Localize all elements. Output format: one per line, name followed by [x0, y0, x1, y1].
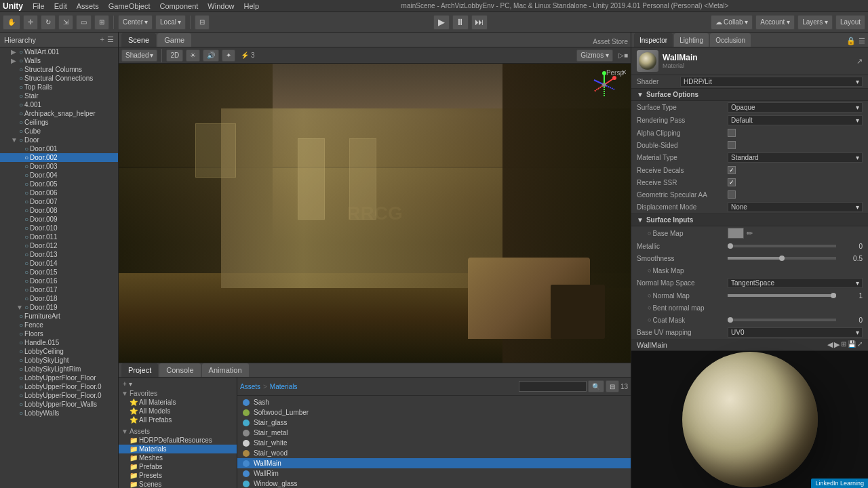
- asset-stair-glass[interactable]: Stair_glass: [237, 418, 631, 428]
- hierarchy-item-lobbyupperfloor2[interactable]: ○ LobbyUpperFloor_Floor.0: [0, 382, 118, 391]
- project-all-models[interactable]: ⭐ All Models: [119, 407, 237, 415]
- mode-2d-button[interactable]: 2D: [166, 49, 183, 62]
- receive-ssr-checkbox[interactable]: ✓: [728, 178, 736, 186]
- receive-decals-checkbox[interactable]: ✓: [728, 166, 736, 174]
- base-map-color[interactable]: [728, 228, 744, 239]
- asset-window-glass[interactable]: Window_glass: [237, 479, 631, 488]
- hierarchy-item-lobbyupperfloor[interactable]: ○ LobbyUpperFloor_Floor: [0, 373, 118, 382]
- hierarchy-item-door010[interactable]: ○ Door.010: [0, 224, 118, 232]
- hierarchy-item-door016[interactable]: ○ Door.016: [0, 277, 118, 285]
- preview-next-icon[interactable]: ▶: [834, 340, 840, 349]
- viewport-close-icon[interactable]: ✕: [620, 68, 628, 76]
- surface-options-header[interactable]: ▼ Surface Options: [631, 88, 868, 101]
- asset-stair-metal[interactable]: Stair_metal: [237, 428, 631, 438]
- inspector-menu-icon[interactable]: ☰: [859, 37, 865, 45]
- base-map-edit-icon[interactable]: ✏: [747, 229, 753, 238]
- space-button[interactable]: Local ▾: [155, 15, 186, 30]
- project-meshes[interactable]: 📁 Meshes: [119, 453, 237, 462]
- assets-search-input[interactable]: [519, 381, 587, 392]
- pivot-button[interactable]: Center ▾: [118, 15, 153, 30]
- hand-tool[interactable]: ✋: [3, 15, 20, 30]
- hierarchy-item-door014[interactable]: ○ Door.014: [0, 259, 118, 268]
- move-tool[interactable]: ✛: [23, 15, 38, 30]
- preview-expand-icon[interactable]: ⤢: [857, 340, 863, 349]
- metallic-slider[interactable]: [728, 245, 836, 247]
- hierarchy-item-door013[interactable]: ○ Door.013: [0, 250, 118, 259]
- asset-sash[interactable]: Sash: [237, 397, 631, 407]
- snap-button[interactable]: ⊟: [195, 15, 210, 30]
- rect-tool[interactable]: ▭: [76, 15, 92, 30]
- hierarchy-item-ceilings[interactable]: ○ Ceilings: [0, 118, 118, 127]
- normal-map-space-dropdown[interactable]: TangentSpace ▾: [728, 278, 863, 288]
- hierarchy-item-furnitureart[interactable]: ○ FurnitureArt: [0, 312, 118, 321]
- menu-gameobject[interactable]: GameObject: [104, 0, 155, 12]
- step-button[interactable]: ⏭: [471, 15, 488, 30]
- play-button[interactable]: ▶: [433, 15, 450, 30]
- menu-window[interactable]: Window: [203, 0, 238, 12]
- hierarchy-item-door002[interactable]: ○ Door.002: [0, 153, 118, 162]
- hierarchy-item-cube[interactable]: ○ Cube: [0, 127, 118, 136]
- coat-slider[interactable]: [728, 319, 836, 321]
- add-folder-btn[interactable]: + ▾: [119, 379, 237, 389]
- geometric-specular-checkbox[interactable]: [728, 190, 736, 199]
- assets-header[interactable]: ▼ Assets: [119, 427, 237, 436]
- account-button[interactable]: Account ▾: [755, 15, 795, 30]
- asset-stair-wood[interactable]: Stair_wood: [237, 448, 631, 458]
- pause-button[interactable]: ⏸: [452, 15, 469, 30]
- asset-wallmain[interactable]: WallMain: [237, 458, 631, 468]
- tab-lighting[interactable]: Lighting: [674, 33, 709, 47]
- hierarchy-item-door007[interactable]: ○ Door.007: [0, 197, 118, 206]
- scale-tool[interactable]: ⇲: [58, 15, 73, 30]
- hierarchy-item-door012[interactable]: ○ Door.012: [0, 241, 118, 250]
- hierarchy-item-toprails[interactable]: ○ Top Rails: [0, 83, 118, 92]
- hierarchy-item-door009[interactable]: ○ Door.009: [0, 215, 118, 224]
- menu-assets[interactable]: Assets: [73, 0, 103, 12]
- hierarchy-item-handle015[interactable]: ○ Handle.015: [0, 338, 118, 347]
- hierarchy-item-lobbyupperwalls[interactable]: ○ LobbyUpperFloor_Walls: [0, 400, 118, 409]
- inspector-lock-icon[interactable]: 🔒: [846, 37, 856, 45]
- gizmos-button[interactable]: Gizmos ▾: [576, 49, 613, 62]
- hierarchy-item-archipack[interactable]: ○ Archipack_snap_helper: [0, 109, 118, 118]
- project-materials[interactable]: 📁 Materials: [119, 445, 237, 453]
- project-presets[interactable]: 📁 Presets: [119, 471, 237, 480]
- hierarchy-item-door017[interactable]: ○ Door.017: [0, 285, 118, 294]
- hierarchy-item-lobbyceiling[interactable]: ○ LobbyCeiling: [0, 347, 118, 356]
- smoothness-slider[interactable]: [728, 257, 836, 260]
- normal-slider[interactable]: [728, 294, 836, 297]
- hierarchy-item-lobbyupperfloor3[interactable]: ○ LobbyUpperFloor_Floor.0: [0, 391, 118, 400]
- assets-search-btn[interactable]: 🔍: [588, 380, 604, 392]
- assets-filter-btn[interactable]: ⊟: [606, 380, 619, 392]
- hierarchy-item-door019[interactable]: ▼○ Door.019: [0, 303, 118, 312]
- displacement-mode-dropdown[interactable]: None ▾: [728, 202, 863, 212]
- surface-inputs-header[interactable]: ▼ Surface Inputs: [631, 214, 868, 226]
- material-type-dropdown[interactable]: Standard ▾: [728, 152, 863, 163]
- hierarchy-add-icon[interactable]: +: [100, 35, 104, 44]
- hierarchy-item-door[interactable]: ▼○ Door: [0, 136, 118, 144]
- preview-save-icon[interactable]: 💾: [848, 340, 856, 349]
- preview-sphere-container[interactable]: LinkedIn Learning: [631, 351, 868, 488]
- project-all-materials[interactable]: ⭐ All Materials: [119, 398, 237, 407]
- hierarchy-item-door011[interactable]: ○ Door.011: [0, 232, 118, 241]
- asset-stair-white[interactable]: Stair_white: [237, 438, 631, 448]
- menu-edit[interactable]: Edit: [50, 0, 71, 12]
- double-sided-checkbox[interactable]: [728, 141, 736, 149]
- hierarchy-item-lobbyskylightrim[interactable]: ○ LobbySkyLightRim: [0, 365, 118, 373]
- tab-occlusion[interactable]: Occlusion: [710, 33, 751, 47]
- menu-component[interactable]: Component: [155, 0, 202, 12]
- project-hdrp[interactable]: 📁 HDRPDefaultResources: [119, 436, 237, 445]
- rendering-pass-dropdown[interactable]: Default ▾: [728, 115, 863, 125]
- preview-prev-icon[interactable]: ◀: [827, 340, 833, 349]
- hierarchy-item-structconnections[interactable]: ○ Structural Connections: [0, 74, 118, 83]
- hierarchy-item-door015[interactable]: ○ Door.015: [0, 268, 118, 277]
- project-all-prefabs[interactable]: ⭐ All Prefabs: [119, 415, 237, 424]
- breadcrumb-materials[interactable]: Materials: [270, 383, 298, 390]
- tab-game[interactable]: Game: [157, 33, 191, 47]
- preview-2d-icon[interactable]: ⊞: [841, 340, 846, 349]
- base-uv-dropdown[interactable]: UV0 ▾: [728, 327, 863, 338]
- transform-tool[interactable]: ⊞: [94, 15, 109, 30]
- hierarchy-item-door008[interactable]: ○ Door.008: [0, 206, 118, 215]
- hierarchy-item-walls[interactable]: ▶○ Walls: [0, 56, 118, 65]
- lighting-button[interactable]: ☀: [186, 49, 200, 62]
- layers-button[interactable]: Layers ▾: [797, 15, 833, 30]
- project-prefabs[interactable]: 📁 Prefabs: [119, 462, 237, 471]
